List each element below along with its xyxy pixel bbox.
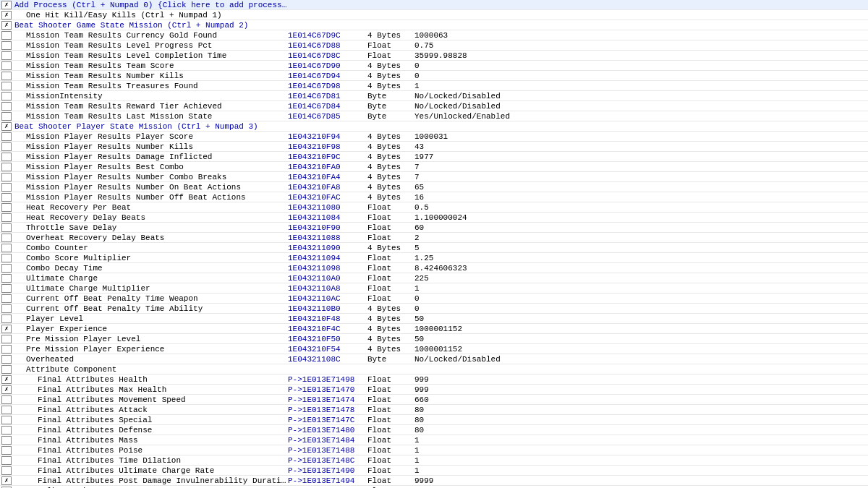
row-checkbox[interactable]: ✗ — [1, 476, 12, 485]
table-row[interactable]: Final Attributes SpecialP->1E013E7147CFl… — [0, 415, 868, 425]
table-row[interactable]: Mission Team Results Reward Tier Achieve… — [0, 101, 868, 111]
row-checkbox[interactable] — [1, 264, 12, 273]
table-row[interactable]: Mission Team Results Level Progress Pct1… — [0, 40, 868, 51]
row-checkbox[interactable] — [1, 274, 12, 283]
table-row[interactable]: Mission Team Results Level Completion Ti… — [0, 51, 868, 61]
row-checkbox[interactable] — [1, 213, 12, 222]
table-row[interactable]: ✗Add Process (Ctrl + Numpad 0) {Click he… — [0, 0, 868, 10]
row-checkbox[interactable] — [1, 193, 12, 202]
table-row[interactable]: Mission Team Results Number Kills1E014C6… — [0, 71, 868, 81]
row-checkbox[interactable] — [1, 234, 12, 242]
row-checkbox[interactable]: ✗ — [1, 375, 12, 384]
table-row[interactable]: Final Attributes Time DilationP->1E013E7… — [0, 455, 868, 466]
table-row[interactable]: Overheated1E04321108CByteNo/Locked/Disab… — [0, 354, 868, 364]
row-checkbox[interactable] — [1, 365, 12, 374]
table-row[interactable]: Combo Score Multiplier1E043211094Float1.… — [0, 253, 868, 263]
table-row[interactable]: MissionIntensity1E014C67D81ByteNo/Locked… — [0, 91, 868, 101]
row-checkbox[interactable] — [1, 466, 12, 475]
table-row[interactable]: Mission Team Results Team Score1E014C67D… — [0, 61, 868, 71]
row-name: Mission Player Results Number Combo Brea… — [13, 173, 288, 181]
row-checkbox[interactable] — [1, 153, 12, 161]
table-row[interactable]: Current Off Beat Penalty Time Weapon1E04… — [0, 294, 868, 304]
row-checkbox[interactable] — [1, 31, 12, 40]
table-row[interactable]: Final Attributes MassP->1E013E71484Float… — [0, 435, 868, 445]
row-checkbox[interactable] — [1, 102, 12, 111]
table-row[interactable]: Attribute Component — [0, 364, 868, 374]
table-row[interactable]: Final Attributes Ultimate Charge RateP->… — [0, 466, 868, 476]
table-row[interactable]: ✗Beat Shooter Game State Mission (Ctrl +… — [0, 20, 868, 30]
row-checkbox[interactable] — [1, 203, 12, 212]
row-checkbox[interactable] — [1, 355, 12, 364]
row-checkbox[interactable]: ✗ — [1, 1, 12, 9]
row-checkbox[interactable] — [1, 314, 12, 323]
table-row[interactable]: ✗Beat Shooter Player State Mission (Ctrl… — [0, 121, 868, 132]
table-row[interactable]: Combo Counter1E0432110904 Bytes5 — [0, 243, 868, 253]
table-row[interactable]: Ultimate Charge Multiplier1E0432110A8Flo… — [0, 283, 868, 294]
row-checkbox[interactable] — [1, 345, 12, 354]
row-checkbox[interactable]: ✗ — [1, 385, 12, 394]
table-row[interactable]: Mission Player Results Number Kills1E043… — [0, 142, 868, 152]
row-checkbox[interactable] — [1, 112, 12, 121]
row-checkbox[interactable]: ✗ — [1, 11, 12, 20]
row-checkbox[interactable] — [1, 436, 12, 445]
row-checkbox[interactable] — [1, 82, 12, 90]
row-checkbox[interactable]: ✗ — [1, 122, 12, 131]
row-checkbox[interactable] — [1, 335, 12, 343]
row-checkbox[interactable] — [1, 183, 12, 192]
table-row[interactable]: Final Attributes PoiseP->1E013E71488Floa… — [0, 445, 868, 455]
table-row[interactable]: Current Off Beat Penalty Time Ability1E0… — [0, 304, 868, 314]
row-checkbox[interactable] — [1, 163, 12, 171]
row-value: 35999.98828 — [414, 51, 501, 60]
row-checkbox[interactable] — [1, 284, 12, 293]
row-checkbox[interactable] — [1, 294, 12, 303]
row-checkbox[interactable] — [1, 416, 12, 424]
table-row[interactable]: ✗Final Attributes Max HealthP->1E013E714… — [0, 385, 868, 395]
table-row[interactable]: ✗One Hit Kill/Easy Kills (Ctrl + Numpad … — [0, 10, 868, 20]
table-row[interactable]: Throttle Save Delay1E043210F90Float60 — [0, 223, 868, 233]
table-row[interactable]: Mission Player Results Best Combo1E04321… — [0, 162, 868, 172]
table-row[interactable]: Pre Mission Player Experience1E043210F54… — [0, 344, 868, 354]
table-row[interactable]: Mission Team Results Treasures Found1E01… — [0, 81, 868, 91]
row-checkbox[interactable]: ✗ — [1, 325, 12, 333]
row-checkbox[interactable] — [1, 173, 12, 181]
table-row[interactable]: Heat Recovery Delay Beats1E043211084Floa… — [0, 213, 868, 223]
table-row[interactable]: Mission Team Results Last Mission State1… — [0, 111, 868, 121]
row-checkbox[interactable] — [1, 92, 12, 100]
row-checkbox[interactable] — [1, 142, 12, 151]
row-checkbox[interactable] — [1, 446, 12, 455]
table-row[interactable]: Final Attributes DefenseP->1E013E71480Fl… — [0, 425, 868, 435]
row-checkbox[interactable] — [1, 254, 12, 262]
table-row[interactable]: Mission Player Results Number On Beat Ac… — [0, 182, 868, 192]
row-checkbox[interactable] — [1, 304, 12, 313]
table-row[interactable]: Player Level1E043210F484 Bytes50 — [0, 314, 868, 324]
table-row[interactable]: Mission Player Results Damage Inflicted1… — [0, 152, 868, 162]
row-checkbox[interactable] — [1, 61, 12, 70]
table-row[interactable]: Heat Recovery Per Beat1E043211080Float0.… — [0, 202, 868, 213]
table-row[interactable]: Combo Decay Time1E043211098Float8.424606… — [0, 263, 868, 273]
table-row[interactable]: Ultimate Charge1E0432110A0Float225 — [0, 273, 868, 283]
row-checkbox[interactable] — [1, 456, 12, 465]
row-checkbox[interactable] — [1, 395, 12, 404]
row-checkbox[interactable] — [1, 244, 12, 252]
table-row[interactable]: Mission Team Results Currency Gold Found… — [0, 30, 868, 40]
row-checkbox[interactable] — [1, 41, 12, 50]
row-type: Byte — [367, 112, 414, 121]
table-row[interactable]: Final Attributes AttackP->1E013E71478Flo… — [0, 405, 868, 415]
table-row[interactable]: Mission Player Results Number Off Beat A… — [0, 192, 868, 202]
row-checkbox[interactable] — [1, 223, 12, 232]
row-checkbox[interactable] — [1, 72, 12, 80]
table-row[interactable]: Mission Player Results Player Score1E043… — [0, 132, 868, 142]
table-row[interactable]: Mission Player Results Number Combo Brea… — [0, 172, 868, 182]
table-row[interactable]: Final Attributes Movement SpeedP->1E013E… — [0, 395, 868, 405]
row-checkbox[interactable] — [1, 406, 12, 414]
table-row[interactable]: ✗Final Attributes Post Damage Invulnerab… — [0, 476, 868, 486]
table-row[interactable]: Pre Mission Player Level1E043210F504 Byt… — [0, 334, 868, 344]
row-checkbox[interactable]: ✗ — [1, 21, 12, 30]
table-row[interactable]: ✗Player Experience1E043210F4C4 Bytes1000… — [0, 324, 868, 334]
table-row[interactable]: ✗Final Attributes HealthP->1E013E71498Fl… — [0, 374, 868, 385]
table-row[interactable]: Overheat Recovery Delay Beats1E043211088… — [0, 233, 868, 243]
row-checkbox[interactable] — [1, 51, 12, 60]
row-checkbox[interactable] — [1, 132, 12, 141]
row-value: 0 — [414, 61, 501, 70]
row-checkbox[interactable] — [1, 426, 12, 435]
